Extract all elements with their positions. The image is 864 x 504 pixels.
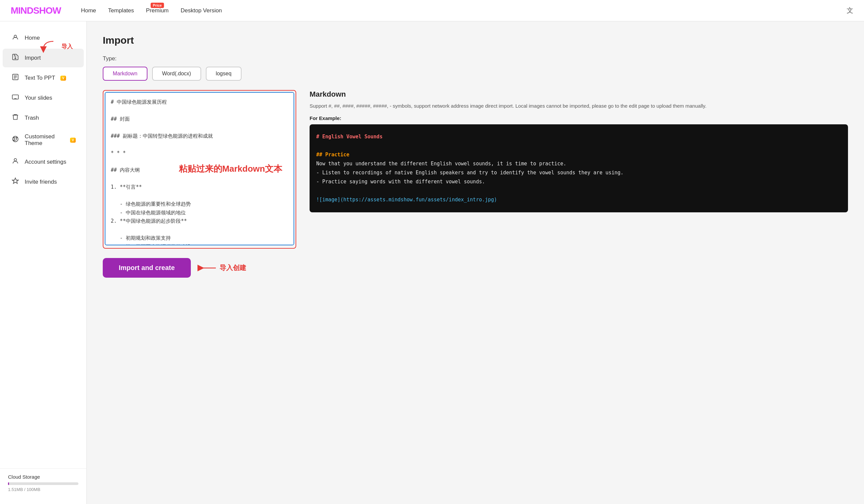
text-ppt-icon [11, 73, 20, 83]
example-box: # English Vowel Sounds ## Practice Now t… [310, 124, 848, 212]
sidebar-label-import: Import [25, 55, 41, 61]
main-content: Import Type: Markdown Word(.docx) logseq… [87, 21, 864, 504]
theme-icon [11, 135, 20, 145]
storage-bar-fill [8, 482, 9, 485]
content-row: # 中国绿色能源发展历程 ## 封面 ### 副标题：中国转型绿色能源的进程和成… [103, 90, 848, 249]
cloud-storage-label: Cloud Storage [8, 474, 79, 480]
invite-icon [11, 177, 20, 187]
sidebar-item-account[interactable]: Account settings [3, 153, 84, 171]
example-line-h1: # English Vowel Sounds [316, 132, 841, 142]
import-create-button[interactable]: Import and create [103, 258, 191, 278]
topnav: MINDSHOW Home Templates Price Premium De… [0, 0, 864, 21]
svg-point-7 [13, 140, 14, 141]
svg-point-5 [13, 137, 14, 138]
nav-premium-wrapper: Price Premium [146, 7, 169, 14]
type-label: Type: [103, 55, 848, 62]
slides-icon [11, 93, 20, 103]
sidebar-label-trash: Trash [25, 115, 39, 121]
storage-text: 1.51MB / 100MB [8, 487, 79, 492]
markdown-area-wrapper: # 中国绿色能源发展历程 ## 封面 ### 副标题：中国转型绿色能源的进程和成… [103, 90, 296, 249]
trash-icon [11, 113, 20, 123]
info-panel: Markdown Support #, ##, ####, #####, ###… [310, 90, 848, 212]
markdown-textarea[interactable]: # 中国绿色能源发展历程 ## 封面 ### 副标题：中国转型绿色能源的进程和成… [105, 92, 294, 245]
logo-highlight: D [27, 5, 33, 16]
vip-badge-theme: V [70, 138, 76, 143]
info-title: Markdown [310, 90, 848, 99]
logo[interactable]: MINDSHOW [11, 5, 61, 16]
info-desc: Support #, ##, ####, #####, #####, - sym… [310, 102, 848, 110]
nav-home[interactable]: Home [81, 7, 96, 14]
sidebar-item-customised-theme[interactable]: Customised Theme V [3, 129, 84, 151]
home-icon [11, 33, 20, 43]
markdown-outer-border: # 中国绿色能源发展历程 ## 封面 ### 副标题：中国转型绿色能源的进程和成… [103, 90, 296, 249]
type-buttons: Markdown Word(.docx) logseq [103, 67, 848, 81]
example-line-normal-2: - Listen to recordings of native English… [316, 168, 841, 177]
bottom-arrow-wrapper: 导入创建 [197, 262, 246, 274]
example-line-normal-3: - Practice saying words with the differe… [316, 177, 841, 186]
sidebar-item-invite[interactable]: Invite friends [3, 173, 84, 191]
layout: Home Import 导入 [0, 21, 864, 504]
example-line-normal-1: Now that you understand the different En… [316, 159, 841, 168]
sidebar-label-text-to-ppt: Text To PPT [25, 75, 55, 81]
sidebar-cloud-storage: Cloud Storage 1.51MB / 100MB [0, 468, 86, 497]
svg-point-3 [14, 138, 16, 140]
svg-point-6 [16, 137, 17, 138]
svg-point-8 [14, 159, 16, 161]
sidebar-label-theme: Customised Theme [25, 133, 65, 147]
info-example-label: For Example: [310, 115, 848, 121]
sidebar-item-import[interactable]: Import [3, 49, 84, 67]
import-icon [11, 53, 20, 63]
sidebar: Home Import 导入 [0, 21, 87, 504]
nav-premium[interactable]: Premium [146, 7, 169, 14]
sidebar-label-home: Home [25, 35, 40, 41]
price-badge: Price [151, 3, 164, 8]
nav-desktop[interactable]: Desktop Version [181, 7, 222, 14]
nav-links: Home Templates Price Premium Desktop Ver… [81, 7, 222, 14]
import-hint: 导入创建 [219, 263, 246, 272]
btn-logseq[interactable]: logseq [206, 67, 241, 81]
logo-text2: SHOW [33, 5, 61, 16]
sidebar-item-home[interactable]: Home [3, 29, 84, 47]
bottom-arrow-svg [197, 262, 217, 274]
sidebar-item-text-to-ppt[interactable]: Text To PPT V [3, 69, 84, 87]
bottom-row: Import and create 导入创建 [103, 258, 848, 278]
example-line-h2: ## Practice [316, 150, 841, 159]
sidebar-import-wrapper: Import 导入 [0, 48, 86, 68]
nav-templates[interactable]: Templates [108, 7, 134, 14]
vip-badge-text-ppt: V [60, 76, 66, 81]
nav-lang[interactable]: 文 [847, 6, 853, 15]
btn-word[interactable]: Word(.docx) [152, 67, 201, 81]
sidebar-label-account: Account settings [25, 159, 67, 165]
sidebar-item-trash[interactable]: Trash [3, 109, 84, 127]
account-icon [11, 157, 20, 167]
sidebar-item-your-slides[interactable]: Your slides [3, 89, 84, 107]
sidebar-label-invite: Invite friends [25, 179, 57, 185]
logo-text: MIN [11, 5, 27, 16]
sidebar-label-your-slides: Your slides [25, 95, 52, 101]
storage-bar-bg [8, 482, 79, 485]
example-line-link: ![image](https://assets.mindshow.fun/ass… [316, 195, 841, 204]
page-title: Import [103, 35, 848, 46]
btn-markdown[interactable]: Markdown [103, 67, 147, 81]
